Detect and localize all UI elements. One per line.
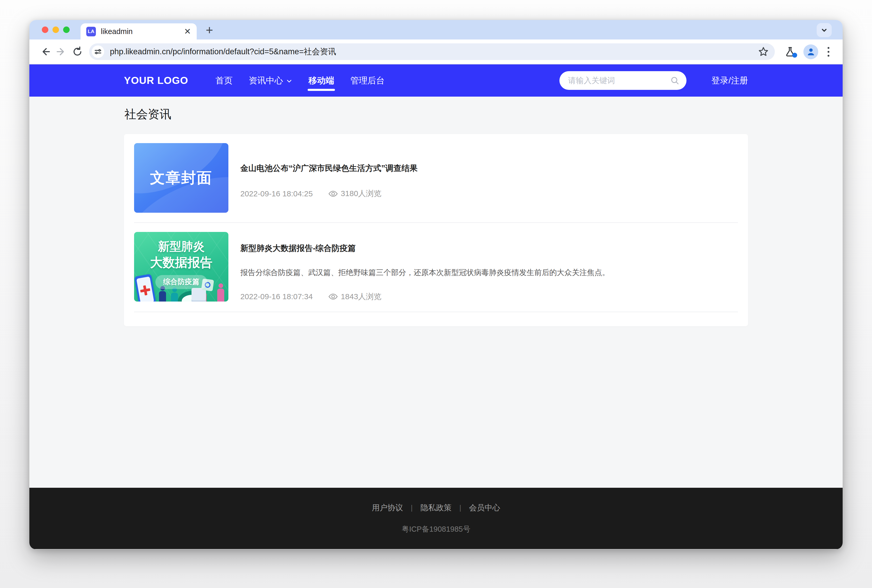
forward-button[interactable]: [53, 44, 69, 60]
reload-icon: [72, 46, 83, 57]
tab-close-icon[interactable]: ✕: [184, 27, 191, 36]
search-icon[interactable]: [670, 76, 680, 86]
search-input[interactable]: [568, 76, 670, 85]
nav-item-mobile[interactable]: 移动端: [300, 64, 342, 97]
site-header: YOUR LOGO 首页 资讯中心 移动端 管理后台: [29, 64, 843, 97]
close-window-button[interactable]: [42, 27, 48, 33]
article-meta: 2022-09-16 18:07:34 1843人浏览: [240, 291, 738, 302]
bookmark-button[interactable]: [758, 46, 769, 57]
site-logo[interactable]: YOUR LOGO: [124, 75, 188, 86]
phone-shape: [134, 274, 156, 302]
article-item[interactable]: 文章封面 金山电池公布“沪广深市民绿色生活方式”调查结果 2022-09-16 …: [124, 134, 748, 222]
eye-icon: [329, 293, 338, 300]
chevron-down-icon: [820, 26, 828, 34]
nav-item-home[interactable]: 首页: [207, 64, 241, 97]
url-bar[interactable]: php.likeadmin.cn/pc/information/default?…: [89, 44, 775, 60]
tune-icon: [94, 48, 102, 56]
article-body: 新型肺炎大数据报告-综合防疫篇 报告分综合防疫篇、武汉篇、拒绝野味篇三个部分，还…: [240, 232, 738, 302]
url-text[interactable]: php.likeadmin.cn/pc/information/default?…: [110, 46, 336, 57]
person-shape: [217, 288, 224, 302]
article-cover-green[interactable]: 新型肺炎 大数据报告 综合防疫篇: [134, 232, 228, 302]
site-settings-button[interactable]: [92, 45, 104, 58]
cover-title-line1: 新型肺炎: [134, 238, 228, 254]
chevron-down-icon: [286, 78, 292, 84]
article-views: 3180人浏览: [329, 188, 382, 199]
browser-toolbar: php.likeadmin.cn/pc/information/default?…: [29, 39, 843, 64]
article-views: 1843人浏览: [329, 291, 382, 302]
cover-title-line2: 大数据报告: [134, 254, 228, 271]
article-body: 金山电池公布“沪广深市民绿色生活方式”调查结果 2022-09-16 18:04…: [240, 143, 738, 213]
nav-item-news-center[interactable]: 资讯中心: [241, 64, 300, 97]
footer-link-user-agreement[interactable]: 用户协议: [372, 502, 403, 513]
tab-favicon: LA: [86, 27, 96, 36]
footer-links: 用户协议 | 隐私政策 | 会员中心: [372, 502, 500, 513]
browser-window: LA likeadmin ✕ + php.likeadmin.cn/pc/inf…: [29, 20, 843, 549]
footer-link-member-center[interactable]: 会员中心: [469, 502, 500, 513]
footer-separator: |: [459, 504, 461, 512]
article-list-card: 文章封面 金山电池公布“沪广深市民绿色生活方式”调查结果 2022-09-16 …: [124, 134, 748, 326]
page-title: 社会资讯: [125, 106, 748, 122]
article-title[interactable]: 新型肺炎大数据报告-综合防疫篇: [240, 243, 738, 254]
icp-record-number: 粤ICP备19081985号: [402, 524, 470, 534]
footer-link-privacy-policy[interactable]: 隐私政策: [420, 502, 452, 513]
search-box: [560, 71, 686, 90]
reload-button[interactable]: [69, 44, 86, 60]
star-icon: [758, 46, 769, 57]
zoom-window-button[interactable]: [63, 27, 70, 33]
person-shape: [171, 293, 178, 302]
article-title[interactable]: 金山电池公布“沪广深市民绿色生活方式”调查结果: [240, 163, 738, 174]
tab-strip: LA likeadmin ✕ +: [29, 20, 843, 39]
article-item[interactable]: 新型肺炎 大数据报告 综合防疫篇: [124, 223, 748, 312]
window-controls: [42, 27, 70, 33]
new-tab-button[interactable]: +: [202, 22, 217, 38]
tab-title: likeadmin: [101, 27, 133, 36]
login-register-link[interactable]: 登录/注册: [711, 75, 748, 87]
back-button[interactable]: [37, 44, 53, 60]
article-description: 报告分综合防疫篇、武汉篇、拒绝野味篇三个部分，还原本次新型冠状病毒肺炎疫情发生前…: [240, 267, 738, 278]
browser-tab[interactable]: LA likeadmin ✕: [81, 23, 197, 39]
article-date: 2022-09-16 18:07:34: [240, 292, 313, 301]
forward-arrow-icon: [56, 46, 67, 57]
article-date: 2022-09-16 18:04:25: [240, 189, 313, 198]
person-icon: [806, 47, 816, 56]
nav-item-admin[interactable]: 管理后台: [342, 64, 393, 97]
eye-icon: [329, 190, 338, 197]
article-meta: 2022-09-16 18:04:25 3180人浏览: [240, 188, 738, 199]
site-footer: 用户协议 | 隐私政策 | 会员中心 粤ICP备19081985号: [29, 488, 843, 549]
divider: [134, 312, 738, 312]
main-nav: 首页 资讯中心 移动端 管理后台: [207, 64, 393, 97]
experiments-button[interactable]: [783, 44, 798, 59]
page-content: 社会资讯 文章封面 金山电池公布“沪广深市民绿色生活方式”调查结果 2022-0…: [29, 97, 843, 488]
person-shape: [159, 291, 166, 302]
cover-text: 文章封面: [134, 143, 228, 213]
minimize-window-button[interactable]: [53, 27, 59, 33]
tab-search-button[interactable]: [816, 23, 832, 37]
experiments-badge-dot: [792, 53, 797, 58]
article-cover-blue[interactable]: 文章封面: [134, 143, 228, 213]
profile-avatar-button[interactable]: [803, 44, 818, 59]
browser-menu-button[interactable]: [822, 44, 835, 59]
back-arrow-icon: [39, 46, 51, 57]
footer-separator: |: [411, 504, 413, 512]
cover-badge: 综合防疫篇: [155, 275, 207, 289]
